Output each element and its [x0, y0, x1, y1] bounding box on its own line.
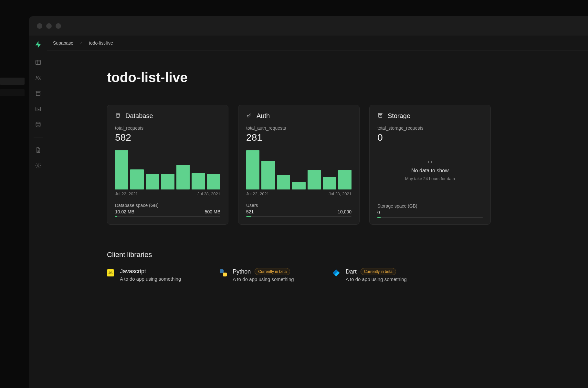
reports-icon[interactable] — [34, 146, 42, 154]
breadcrumb-org[interactable]: Supabase — [53, 40, 73, 46]
card-title: Auth — [257, 112, 270, 120]
library-name: Javascript — [120, 268, 146, 275]
card-title: Database — [125, 112, 153, 120]
database-chart — [115, 149, 220, 189]
window-titlebar — [29, 16, 588, 36]
sidebar — [29, 36, 47, 388]
footer-value-left: 0 — [377, 210, 380, 215]
empty-subtitle: May take 24 hours for data — [405, 176, 455, 181]
empty-chart-state: No data to show May take 24 hours for da… — [377, 149, 483, 189]
x-axis-start: Jul 22, 2021 — [246, 191, 269, 196]
client-libraries-heading: Client libraries — [107, 251, 588, 259]
page-title: todo-list-live — [107, 70, 588, 85]
footer-value-left: 10.02 MB — [115, 209, 134, 214]
window-minimize-icon[interactable] — [46, 23, 52, 29]
database-card[interactable]: Database total_requests 582 Jul 22, 2021… — [107, 105, 228, 225]
x-axis-start: Jul 22, 2021 — [115, 191, 138, 196]
chart-bar — [292, 182, 305, 189]
library-desc: A to do app using something — [120, 276, 181, 282]
python-icon — [220, 269, 227, 276]
auth-card[interactable]: Auth total_auth_requests 281 Jul 22, 202… — [238, 105, 360, 225]
chart-bar — [161, 174, 174, 189]
sql-editor-icon[interactable] — [34, 105, 42, 113]
card-title: Storage — [388, 112, 410, 120]
library-dart[interactable]: Dart Currently in beta A to do app using… — [333, 268, 407, 282]
metric-label: total_storage_requests — [377, 125, 483, 131]
footer-label: Storage space (GB) — [377, 203, 483, 209]
chart-bar — [192, 173, 205, 189]
x-axis-end: Jul 28, 2021 — [329, 191, 352, 196]
progress-bar — [115, 216, 220, 217]
chart-bar — [323, 177, 336, 189]
svg-rect-0 — [36, 60, 40, 64]
svg-point-3 — [36, 76, 38, 78]
breadcrumb-project[interactable]: todo-list-live — [89, 40, 113, 46]
svg-point-4 — [39, 76, 40, 77]
metric-label: total_auth_requests — [246, 125, 352, 131]
library-python[interactable]: Python Currently in beta A to do app usi… — [220, 268, 294, 282]
background-decoration — [0, 89, 25, 96]
x-axis-end: Jul 28, 2021 — [197, 191, 220, 196]
library-name: Dart — [346, 268, 357, 275]
chevron-right-icon — [79, 40, 83, 46]
window-zoom-icon[interactable] — [56, 23, 61, 29]
metrics-cards-row: Database total_requests 582 Jul 22, 2021… — [107, 105, 588, 225]
storage-icon[interactable] — [34, 89, 42, 98]
chart-bar — [277, 175, 290, 189]
library-javascript[interactable]: JS Javascript A to do app using somethin… — [107, 268, 181, 282]
key-icon — [246, 113, 252, 120]
library-desc: A to do app using something — [346, 276, 407, 282]
beta-badge: Currently in beta — [361, 268, 396, 275]
progress-bar — [377, 217, 483, 218]
svg-point-11 — [37, 165, 39, 167]
chart-bar — [146, 174, 159, 189]
storage-card[interactable]: Storage total_storage_requests 0 No data… — [369, 105, 491, 225]
bar-chart-icon — [427, 157, 433, 165]
svg-point-8 — [36, 122, 40, 124]
client-libraries-row: JS Javascript A to do app using somethin… — [107, 268, 588, 282]
chart-bar — [130, 169, 143, 189]
javascript-icon: JS — [107, 269, 114, 276]
footer-value-left: 521 — [246, 209, 254, 214]
metric-value: 0 — [377, 132, 483, 143]
app-window: Supabase todo-list-live todo-list-live — [29, 16, 588, 388]
footer-value-right: 500 MB — [205, 209, 220, 214]
logo-icon[interactable] — [34, 40, 43, 49]
empty-title: No data to show — [411, 168, 449, 174]
progress-bar — [246, 216, 352, 217]
chart-bar — [176, 165, 190, 189]
library-desc: A to do app using something — [233, 276, 294, 282]
metric-value: 582 — [115, 132, 220, 143]
footer-value-right: 10,000 — [338, 209, 352, 214]
chart-bar — [115, 150, 128, 189]
chart-bar — [338, 170, 352, 189]
database-icon — [115, 113, 121, 120]
window-close-icon[interactable] — [37, 23, 42, 29]
window-controls — [37, 23, 61, 29]
svg-rect-14 — [379, 114, 382, 117]
chart-bar — [261, 161, 275, 189]
auth-chart — [246, 149, 352, 189]
dart-icon — [333, 269, 340, 276]
svg-point-12 — [116, 113, 120, 114]
background-decoration — [0, 78, 25, 85]
chart-bar — [246, 150, 259, 189]
auth-users-icon[interactable] — [34, 74, 42, 82]
footer-label: Users — [246, 203, 352, 208]
svg-point-13 — [247, 115, 249, 117]
breadcrumb: Supabase todo-list-live — [47, 36, 588, 50]
sidebar-divider — [34, 137, 43, 137]
settings-icon[interactable] — [34, 161, 42, 170]
metric-label: total_requests — [115, 125, 220, 131]
svg-rect-6 — [36, 107, 40, 111]
database-icon[interactable] — [34, 120, 42, 129]
chart-bar — [207, 174, 220, 189]
footer-label: Database space (GB) — [115, 203, 220, 208]
table-editor-icon[interactable] — [34, 58, 42, 67]
metric-value: 281 — [246, 132, 352, 143]
archive-icon — [377, 113, 383, 120]
svg-rect-5 — [36, 92, 40, 96]
beta-badge: Currently in beta — [255, 268, 290, 275]
library-name: Python — [233, 268, 251, 275]
chart-bar — [308, 170, 321, 189]
